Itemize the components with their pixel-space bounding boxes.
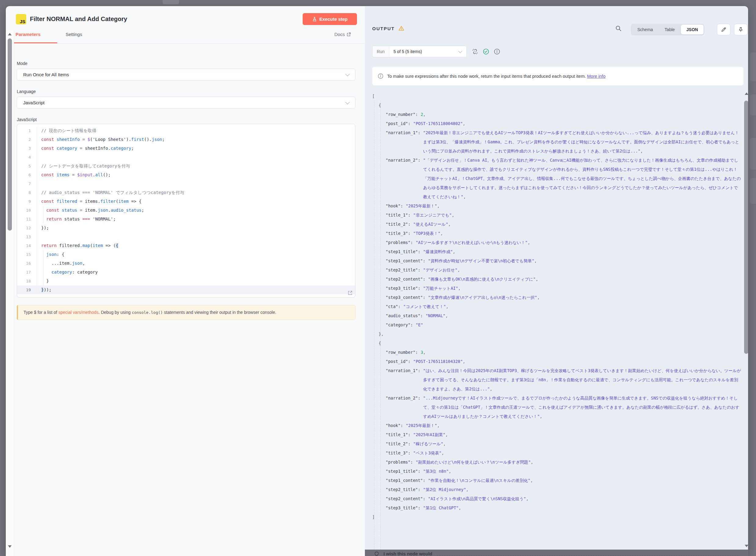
json-line: "row_number":3, (372, 348, 742, 357)
expressions-info-banner: To make sure expressions after this node… (372, 67, 744, 85)
success-check-icon (483, 48, 489, 55)
expand-editor-icon[interactable] (347, 290, 353, 296)
code-line: 5// シートデータを取得してcategoryを付与 (17, 162, 355, 171)
json-line: }, (372, 329, 742, 339)
language-label: Language (17, 89, 36, 94)
search-icon[interactable] (615, 25, 622, 32)
chevron-down-icon (458, 49, 462, 53)
json-line: "step2_title":"第2位 Midjourney", (372, 485, 742, 494)
output-header: OUTPUT (372, 26, 404, 31)
json-line: "narration_1":"はい、みんな注目！今回は2025年のAI副業TOP… (372, 366, 742, 393)
json-line: "narration_2":"「デザインお任せ」！Canva AI。もう言わずと… (372, 155, 742, 201)
json-line: { (372, 339, 742, 348)
info-circle-icon[interactable] (494, 48, 500, 55)
banner-message: To make sure expressions after this node… (387, 74, 587, 79)
edit-output-button[interactable] (717, 24, 730, 35)
chevron-down-icon (345, 72, 350, 76)
json-line: "category":"E" (372, 320, 742, 329)
line-number: 3 (17, 144, 37, 153)
more-info-link[interactable]: More info (587, 74, 605, 79)
code-line: 14return filtered.map(item => ({ (17, 241, 355, 250)
line-number: 8 (17, 188, 37, 197)
code-editor[interactable]: 1// 現在のシート情報を取得2const sheetInfo = $('Loo… (17, 124, 355, 298)
unlink-runs-icon[interactable] (472, 48, 478, 55)
json-line: "step1_content":"作業を自動化！\nコンサルに最適\nスキルの差… (372, 476, 742, 485)
node-settings-pane: JS Filter NORMAL and Add Category Execut… (6, 6, 365, 556)
hint-suffix: statements and viewing their output in t… (163, 310, 276, 315)
scroll-down-arrow-icon[interactable] (8, 545, 11, 548)
warning-triangle-icon (399, 26, 404, 31)
line-number: 18 (17, 277, 37, 285)
docs-link[interactable]: Docs (334, 32, 351, 37)
code-line: 4 (17, 153, 355, 162)
line-number: 10 (17, 206, 37, 215)
view-json[interactable]: JSON (681, 25, 703, 34)
json-line: "step3_title":"第1位 ChatGPT", (372, 503, 742, 512)
line-number: 6 (17, 171, 37, 179)
line-number: 9 (17, 197, 37, 206)
language-select[interactable]: JavaScript (17, 97, 355, 109)
code-line: 18 } (17, 277, 355, 285)
json-line: "step1_title":"第3位 n8n", (372, 466, 742, 476)
execute-step-button[interactable]: Execute step (303, 13, 357, 25)
code-line: 1// 現在のシート情報を取得 (17, 126, 355, 135)
json-line: "audio_status":"NORMAL", (372, 311, 742, 320)
code-lines: 1// 現在のシート情報を取得2const sheetInfo = $('Loo… (17, 126, 355, 294)
tab-settings[interactable]: Settings (66, 32, 82, 37)
line-number: 12 (17, 223, 37, 233)
code-line: 3const category = sheetInfo.category; (17, 144, 355, 153)
output-view-switcher: Schema Table JSON (631, 24, 705, 35)
node-title: Filter NORMAL and Add Category (30, 15, 127, 23)
hint-prefix: Type $ for a list of (24, 310, 58, 315)
view-schema[interactable]: Schema (632, 25, 658, 34)
hint-mid: . Debug by using (99, 310, 132, 315)
code-line: 15 json: { (17, 250, 355, 259)
line-number: 16 (17, 259, 37, 268)
canvas-remnant (163, 0, 179, 4)
run-selector[interactable]: Run 5 of 5 (5 items) (372, 46, 467, 57)
json-line: "step2_title":"デザインお任せ", (372, 265, 742, 275)
chevron-down-icon (345, 100, 350, 104)
tab-parameters[interactable]: Parameters (15, 32, 41, 37)
pin-data-button[interactable] (734, 24, 748, 35)
mode-select[interactable]: Run Once for All Items (17, 69, 355, 80)
code-line: 17 category: category (17, 268, 355, 277)
code-line: 6const items = $input.all(); (17, 171, 355, 179)
code-line: 2const sheetInfo = $('Loop Sheets').firs… (17, 135, 355, 144)
header-divider (6, 43, 365, 44)
feedback-input[interactable] (437, 551, 740, 556)
external-link-icon (347, 32, 351, 37)
run-label: Run (373, 46, 389, 57)
code-line: 9const filtered = items.filter(item => { (17, 197, 355, 206)
output-scrollbar-thumb[interactable] (744, 101, 748, 354)
code-line: 13 (17, 233, 355, 241)
canvas-remnant (750, 53, 756, 81)
mode-label: Mode (17, 61, 28, 66)
scroll-up-arrow-icon[interactable] (8, 33, 11, 35)
line-number: 5 (17, 162, 37, 171)
line-number: 4 (17, 153, 37, 162)
special-vars-link[interactable]: special vars/methods (58, 310, 99, 315)
flask-icon (312, 17, 317, 22)
settings-scrollbar-thumb[interactable] (8, 38, 12, 231)
lightbulb-icon (374, 551, 379, 556)
json-line: "step3_title":"万能チャットAI", (372, 284, 742, 293)
line-number: 19 (17, 285, 37, 294)
view-table[interactable]: Table (659, 25, 680, 34)
node-feedback-footer[interactable]: I wish this node would (365, 550, 748, 556)
json-line: [ (372, 92, 742, 101)
line-number: 1 (17, 126, 37, 135)
scroll-up-arrow-icon[interactable] (745, 93, 748, 95)
json-line: "step1_title":"爆速資料作成", (372, 247, 742, 256)
code-line: 16 ...item.json, (17, 259, 355, 268)
canvas-remnant (750, 95, 756, 115)
json-line: "problems":"副業始めたいけど\n何を使えばいい？\nツール多すぎ問題… (372, 457, 742, 466)
json-line: "step2_content":"AIイラスト作成\n高品質で驚く\nSNS収益… (372, 494, 742, 503)
json-line: "step1_content":"資料作成が時短\nデザイン不要で楽\n初心者で… (372, 256, 742, 265)
json-output-view: [{"row_number":2,"post_id":"POST-1765118… (372, 92, 742, 550)
line-number: 13 (17, 233, 37, 241)
node-type-js-icon: JS (16, 14, 26, 24)
editor-hint-callout: Type $ for a list of special vars/method… (17, 305, 355, 320)
scroll-down-arrow-icon[interactable] (745, 545, 748, 547)
json-line: { (372, 101, 742, 110)
